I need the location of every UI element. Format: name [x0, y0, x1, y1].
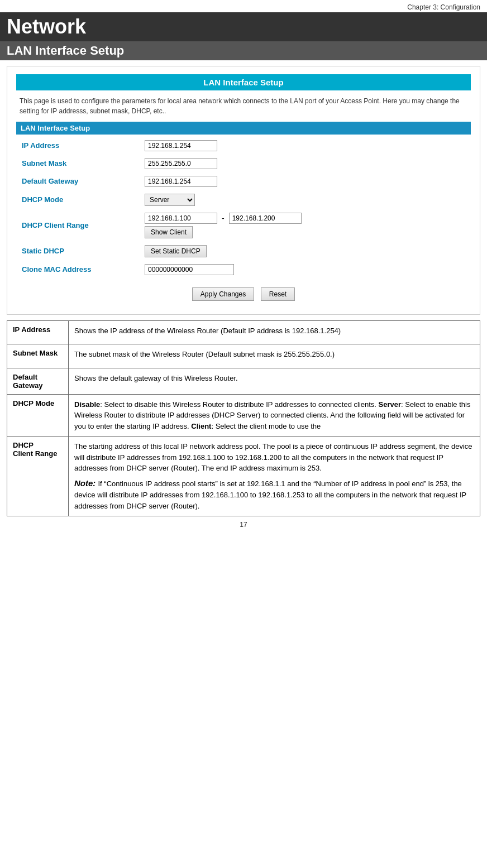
desc-row: Subnet MaskThe subnet mask of the Wirele…: [7, 344, 480, 368]
dhcp-client-range-value-cell: - Show Client: [139, 209, 471, 242]
default-gateway-label: Default Gateway: [16, 172, 139, 190]
def-cell: Shows the IP address of the Wireless Rou…: [69, 320, 480, 344]
static-dhcp-label: Static DHCP: [16, 242, 139, 261]
static-dhcp-row: Static DHCP Set Static DHCP: [16, 242, 471, 261]
ip-address-value-cell: [139, 137, 471, 155]
static-dhcp-value-cell: Set Static DHCP: [139, 242, 471, 261]
section-bar: LAN Interface Setup: [16, 122, 471, 135]
description-table: IP AddressShows the IP address of the Wi…: [7, 320, 480, 517]
page-subtitle: LAN Interface Setup: [0, 41, 487, 60]
dhcp-range-container: -: [145, 213, 465, 224]
desc-row: Default GatewayShows the default gateway…: [7, 368, 480, 394]
clone-mac-value-cell: [139, 261, 471, 279]
form-table: IP Address Subnet Mask Default Gateway D…: [16, 137, 471, 279]
form-title: LAN Interface Setup: [16, 74, 471, 90]
apply-changes-button[interactable]: Apply Changes: [192, 287, 254, 301]
desc-row: IP AddressShows the IP address of the Wi…: [7, 320, 480, 344]
form-description: This page is used to configure the param…: [16, 96, 471, 116]
subnet-mask-value-cell: [139, 155, 471, 172]
default-gateway-value-cell: [139, 172, 471, 190]
reset-button[interactable]: Reset: [261, 287, 295, 301]
page-title: Network: [0, 12, 487, 41]
ip-address-row: IP Address: [16, 137, 471, 155]
term-cell: DHCP Mode: [7, 394, 69, 437]
dhcp-mode-select[interactable]: Server Disable Client: [145, 194, 195, 206]
dhcp-mode-row: DHCP Mode Server Disable Client: [16, 190, 471, 209]
dhcp-range-end-input[interactable]: [229, 213, 302, 224]
dhcp-range-start-input[interactable]: [145, 213, 217, 224]
default-gateway-input[interactable]: [145, 176, 217, 187]
default-gateway-row: Default Gateway: [16, 172, 471, 190]
def-cell: Shows the default gateway of this Wirele…: [69, 368, 480, 394]
subnet-mask-row: Subnet Mask: [16, 155, 471, 172]
desc-row: DHCP ModeDisable: Select to disable this…: [7, 394, 480, 437]
term-cell: DHCP Client Range: [7, 437, 69, 516]
range-separator: -: [219, 214, 227, 223]
term-cell: Subnet Mask: [7, 344, 69, 368]
term-cell: Default Gateway: [7, 368, 69, 394]
action-row: Apply Changes Reset: [16, 279, 471, 306]
def-cell: The subnet mask of the Wireless Router (…: [69, 344, 480, 368]
dhcp-mode-label: DHCP Mode: [16, 190, 139, 209]
def-cell: Disable: Select to disable this Wireless…: [69, 394, 480, 437]
dhcp-client-range-label: DHCP Client Range: [16, 209, 139, 242]
subnet-mask-label: Subnet Mask: [16, 155, 139, 172]
term-cell: IP Address: [7, 320, 69, 344]
chapter-header: Chapter 3: Configuration: [0, 0, 487, 12]
ip-address-input[interactable]: [145, 140, 217, 151]
page-number: 17: [0, 516, 487, 533]
lan-form-panel: LAN Interface Setup This page is used to…: [7, 66, 480, 315]
clone-mac-row: Clone MAC Address: [16, 261, 471, 279]
subnet-mask-input[interactable]: [145, 158, 217, 169]
set-static-dhcp-button[interactable]: Set Static DHCP: [145, 245, 207, 257]
show-client-button[interactable]: Show Client: [145, 226, 193, 238]
clone-mac-input[interactable]: [145, 264, 234, 275]
desc-row: DHCP Client RangeThe starting address of…: [7, 437, 480, 516]
def-cell: The starting address of this local IP ne…: [69, 437, 480, 516]
show-client-container: Show Client: [145, 224, 465, 238]
clone-mac-label: Clone MAC Address: [16, 261, 139, 279]
dhcp-mode-value-cell: Server Disable Client: [139, 190, 471, 209]
dhcp-client-range-row: DHCP Client Range - Show Client: [16, 209, 471, 242]
note-label: Note:: [74, 478, 98, 488]
ip-address-label: IP Address: [16, 137, 139, 155]
